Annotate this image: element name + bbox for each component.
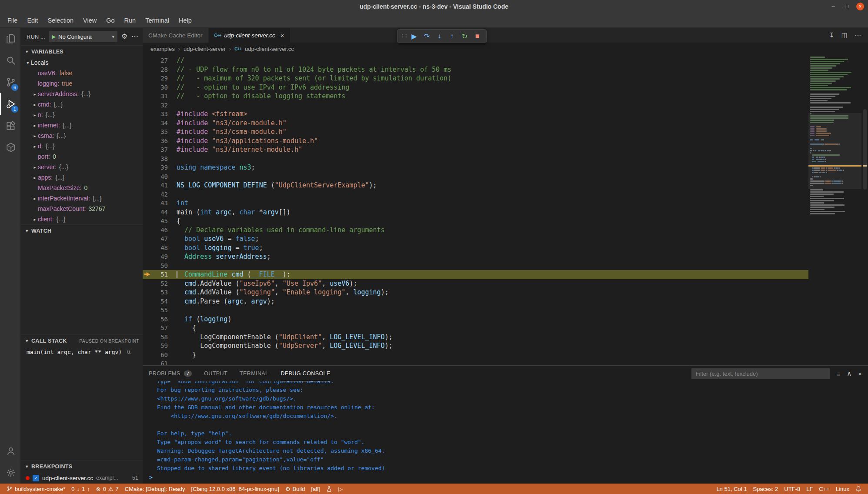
- cursor-position-status[interactable]: Ln 51, Col 1: [713, 484, 750, 494]
- breakpoint-gutter[interactable]: [143, 119, 151, 128]
- breakpoint-gutter[interactable]: [143, 163, 151, 172]
- variable-maxPacketCount[interactable]: maxPacketCount:32767: [20, 204, 143, 214]
- breakpoint-gutter[interactable]: [143, 92, 151, 101]
- code-line-32[interactable]: 32: [143, 101, 808, 110]
- panel-tab-debug-console[interactable]: DEBUG CONSOLE: [280, 366, 330, 381]
- breakpoint-checkbox[interactable]: ✓: [33, 475, 39, 481]
- maximize-icon[interactable]: □: [843, 3, 851, 10]
- stack-frame-main[interactable]: main(int argc, char ** argv) u.: [20, 347, 143, 357]
- menu-item-view[interactable]: View: [78, 13, 101, 27]
- step-out-button[interactable]: ↑: [446, 30, 458, 42]
- variable-d[interactable]: ▸d:{...}: [20, 141, 143, 151]
- breakpoint-gutter[interactable]: [143, 74, 151, 83]
- problems-status[interactable]: ⊗ 0 ⚠ 7: [93, 484, 122, 494]
- code-line-53[interactable]: 53 cmd.AddValue ("logging", "Enable logg…: [143, 288, 808, 297]
- code-line-31[interactable]: 31// - option to disable logging stateme…: [143, 92, 808, 101]
- code-line-28[interactable]: 28// - UDP flow from n0 to n1 of 1024 by…: [143, 65, 808, 74]
- breakpoint-gutter[interactable]: [143, 359, 151, 365]
- code-editor[interactable]: 27//28// - UDP flow from n0 to n1 of 102…: [143, 55, 868, 365]
- debug-settings-gear-icon[interactable]: ⚙: [121, 33, 127, 40]
- drag-handle-icon[interactable]: ⋮⋮: [400, 33, 405, 39]
- settings-gear-icon[interactable]: [0, 462, 20, 484]
- minimap[interactable]: [808, 55, 861, 365]
- code-line-37[interactable]: 37#include "ns3/internet-module.h": [143, 145, 808, 154]
- indentation-status[interactable]: Spaces: 2: [750, 484, 781, 494]
- console-filter-input[interactable]: [691, 368, 830, 379]
- code-line-29[interactable]: 29// - maximum of 320 packets sent (or l…: [143, 74, 808, 83]
- code-line-61[interactable]: 61: [143, 359, 808, 365]
- cmake-launch-button[interactable]: ▷: [335, 484, 346, 494]
- variable-internet[interactable]: ▸internet:{...}: [20, 120, 143, 130]
- variables-section-header[interactable]: ▾ VARIABLES: [20, 45, 143, 57]
- variable-server[interactable]: ▸server:{...}: [20, 162, 143, 172]
- tab-udp-client-server-cc[interactable]: C++udp-client-server.cc×: [209, 28, 290, 43]
- breakpoint-gutter[interactable]: [143, 315, 151, 324]
- breakpoint-gutter[interactable]: [143, 190, 151, 199]
- split-editor-icon[interactable]: ◫: [841, 31, 848, 39]
- cmake-kit[interactable]: [Clang 12.0.0 x86_64-pc-linux-gnu]: [188, 484, 282, 494]
- call-stack-section-header[interactable]: ▾ CALL STACK PAUSED ON BREAKPOINT: [20, 334, 143, 347]
- close-window-icon[interactable]: ×: [856, 3, 864, 10]
- code-line-36[interactable]: 36#include "ns3/applications-module.h": [143, 137, 808, 146]
- debug-console-output[interactable]: Type "show configuration" for configurat…: [143, 381, 868, 484]
- explorer-icon[interactable]: [0, 28, 20, 50]
- code-line-30[interactable]: 30// - option to use IPv4 or IPv6 addres…: [143, 83, 808, 92]
- breakpoint-gutter[interactable]: [143, 261, 151, 270]
- variable-serverAddress[interactable]: ▸serverAddress:{...}: [20, 89, 143, 99]
- breakpoint-gutter[interactable]: [143, 65, 151, 74]
- breakpoint-gutter[interactable]: [143, 270, 151, 279]
- code-line-33[interactable]: 33#include <fstream>: [143, 110, 808, 119]
- panel-menu-icon[interactable]: ≡: [836, 370, 840, 377]
- menu-item-help[interactable]: Help: [174, 13, 197, 27]
- code-line-49[interactable]: 49 Address serverAddress;: [143, 252, 808, 261]
- code-line-38[interactable]: 38: [143, 154, 808, 164]
- breakpoint-gutter[interactable]: [143, 226, 151, 235]
- variable-port[interactable]: port:0: [20, 151, 143, 162]
- close-panel-icon[interactable]: ×: [858, 370, 862, 377]
- open-changes-icon[interactable]: ↧: [829, 31, 835, 39]
- step-into-button[interactable]: ↓: [433, 30, 446, 42]
- minimap-slider[interactable]: [808, 113, 861, 189]
- more-actions-icon[interactable]: ⋯: [855, 31, 861, 39]
- breadcrumb-file[interactable]: udp-client-server.cc: [245, 46, 294, 52]
- breakpoint-gutter[interactable]: [143, 137, 151, 146]
- breakpoint-gutter[interactable]: [143, 217, 151, 226]
- code-line-48[interactable]: 48 bool logging = true;: [143, 244, 808, 253]
- search-icon[interactable]: [0, 50, 20, 71]
- breadcrumb-item[interactable]: udp-client-server: [184, 46, 226, 52]
- variable-interPacketInterval[interactable]: ▸interPacketInterval:{...}: [20, 193, 143, 204]
- editor-scrollbar[interactable]: [861, 55, 868, 365]
- maximize-panel-icon[interactable]: ∧: [847, 370, 851, 377]
- debug-config-select[interactable]: ▶ No Configura ▾: [49, 31, 117, 42]
- watch-section-header[interactable]: ▾ WATCH: [20, 224, 143, 237]
- step-over-button[interactable]: ↷: [421, 30, 433, 42]
- source-control-icon[interactable]: 6: [0, 71, 20, 93]
- code-line-34[interactable]: 34#include "ns3/core-module.h": [143, 119, 808, 128]
- console-input[interactable]: >: [149, 473, 868, 481]
- breakpoint-gutter[interactable]: [143, 288, 151, 297]
- run-and-debug-icon[interactable]: 1: [0, 93, 20, 115]
- cmake-tools-icon[interactable]: [0, 137, 20, 158]
- code-line-40[interactable]: 40: [143, 172, 808, 181]
- code-line-52[interactable]: 52 cmd.AddValue ("useIpv6", "Use Ipv6", …: [143, 279, 808, 288]
- variable-client[interactable]: ▸client:{...}: [20, 214, 143, 224]
- breakpoint-gutter[interactable]: [143, 56, 151, 65]
- breakpoint-gutter[interactable]: [143, 297, 151, 306]
- notifications-bell[interactable]: [852, 484, 865, 494]
- variable-MaxPacketSize[interactable]: MaxPacketSize:0: [20, 183, 143, 193]
- variable-useV6[interactable]: useV6:false: [20, 68, 143, 78]
- menu-item-terminal[interactable]: Terminal: [140, 13, 174, 27]
- breakpoint-gutter[interactable]: [143, 181, 151, 190]
- menu-item-edit[interactable]: Edit: [22, 13, 43, 27]
- breadcrumb-item[interactable]: examples: [150, 46, 175, 52]
- menu-item-go[interactable]: Go: [101, 13, 119, 27]
- git-branch-status[interactable]: buildsystem-cmake*: [3, 484, 68, 494]
- breakpoint-gutter[interactable]: [143, 279, 151, 288]
- code-line-54[interactable]: 54 cmd.Parse (argc, argv);: [143, 297, 808, 306]
- code-line-50[interactable]: 50: [143, 261, 808, 270]
- cmake-status[interactable]: CMake: [Debug]: Ready: [122, 484, 188, 494]
- breakpoint-item[interactable]: ✓ udp-client-server.cc exampl... 51: [20, 472, 143, 484]
- breakpoint-gutter[interactable]: [143, 101, 151, 110]
- breakpoint-gutter[interactable]: [143, 110, 151, 119]
- menu-item-file[interactable]: File: [3, 13, 22, 27]
